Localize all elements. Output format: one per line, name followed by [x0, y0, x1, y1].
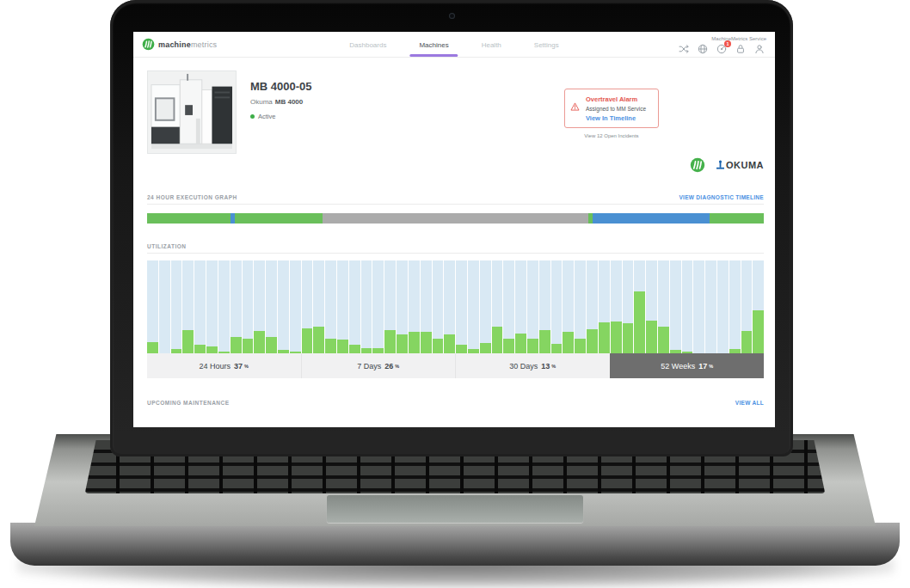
utilization-bar[interactable] — [634, 260, 645, 353]
utilization-bar[interactable] — [337, 260, 348, 353]
shuffle-icon[interactable] — [679, 44, 689, 54]
tab-dashboards[interactable]: Dashboards — [349, 32, 386, 58]
execution-segment — [593, 213, 710, 224]
header-right: MachineMetrics Service — [679, 35, 766, 54]
utilization-bar[interactable] — [409, 260, 420, 353]
maintenance-header: UPCOMING MAINTENANCE VIEW ALL — [147, 395, 764, 409]
utilization-bar[interactable] — [480, 260, 491, 353]
machine-make: Okuma — [250, 98, 273, 106]
utilization-bar[interactable] — [670, 260, 681, 353]
status-dot — [250, 114, 255, 119]
maintenance-section: UPCOMING MAINTENANCE VIEW ALL — [147, 395, 764, 409]
laptop-trackpad — [327, 495, 583, 523]
machine-photo — [147, 70, 237, 154]
utilization-bar[interactable] — [492, 260, 503, 353]
okuma-logo: OKUMA — [716, 160, 764, 170]
utilization-bar[interactable] — [563, 260, 574, 353]
laptop-lid: machinemetrics DashboardsMachinesHealthS… — [110, 0, 793, 456]
range-tab-52-weeks[interactable]: 52 Weeks17% — [610, 353, 765, 378]
utilization-bar[interactable] — [433, 260, 444, 353]
execution-graph-title: 24 HOUR EXECUTION GRAPH — [147, 194, 237, 200]
execution-segment — [710, 213, 764, 224]
view-in-timeline-link[interactable]: View In Timeline — [586, 114, 653, 122]
utilization-bar[interactable] — [159, 260, 170, 353]
utilization-bar[interactable] — [218, 260, 230, 353]
account-label: MachineMetrics Service — [711, 36, 766, 42]
globe-icon[interactable] — [698, 44, 708, 54]
utilization-bar[interactable] — [599, 260, 610, 353]
utilization-bar[interactable] — [468, 260, 479, 353]
utilization-bar[interactable] — [302, 260, 313, 353]
utilization-bar[interactable] — [243, 260, 254, 353]
utilization-header: UTILIZATION — [147, 239, 764, 253]
view-all-link[interactable]: VIEW ALL — [735, 400, 764, 406]
utilization-bar[interactable] — [623, 260, 634, 353]
partner-logos: OKUMA — [690, 157, 764, 173]
status-label: Active — [258, 113, 275, 120]
machine-title: MB 4000-05 — [250, 80, 312, 93]
utilization-bar[interactable] — [729, 260, 741, 353]
utilization-bar[interactable] — [587, 260, 598, 353]
utilization-bar[interactable] — [705, 260, 716, 353]
utilization-bar[interactable] — [171, 260, 182, 353]
utilization-bar[interactable] — [397, 260, 408, 353]
open-incidents-link[interactable]: View 12 Open Incidents — [558, 133, 665, 138]
view-diagnostic-timeline-link[interactable]: VIEW DIAGNOSTIC TIMELINE — [679, 194, 764, 200]
machine-status: Active — [250, 113, 312, 120]
execution-graph-header: 24 HOUR EXECUTION GRAPH VIEW DIAGNOSTIC … — [147, 190, 764, 204]
utilization-bar[interactable] — [278, 260, 289, 353]
okuma-logo-text: OKUMA — [726, 160, 764, 170]
utilization-bar[interactable] — [539, 260, 550, 353]
lock-icon[interactable] — [735, 44, 746, 54]
execution-graph-section: 24 HOUR EXECUTION GRAPH VIEW DIAGNOSTIC … — [147, 190, 764, 224]
warning-icon — [570, 102, 580, 111]
utilization-bar[interactable] — [575, 260, 586, 353]
utilization-bar[interactable] — [254, 260, 265, 353]
utilization-bar[interactable] — [372, 260, 384, 353]
utilization-bar[interactable] — [741, 260, 753, 353]
utilization-bar[interactable] — [361, 260, 372, 353]
utilization-bar[interactable] — [682, 260, 693, 353]
utilization-bar[interactable] — [646, 260, 657, 353]
machine-overview: MB 4000-05 OkumaMB 4000 Active — [147, 70, 764, 190]
range-tab-24-hours[interactable]: 24 Hours37% — [147, 353, 301, 378]
utilization-bar[interactable] — [266, 260, 277, 353]
utilization-bar[interactable] — [206, 260, 218, 353]
alarm-card[interactable]: Overtravel Alarm Assigned to MM Service … — [564, 89, 659, 128]
utilization-bar[interactable] — [527, 260, 538, 353]
utilization-section: UTILIZATION 24 Hours37%7 Days26%30 Days1… — [147, 239, 764, 378]
utilization-bar[interactable] — [658, 260, 669, 353]
utilization-bar[interactable] — [693, 260, 704, 353]
utilization-bar[interactable] — [182, 260, 194, 353]
utilization-bar[interactable] — [456, 260, 467, 353]
utilization-bar[interactable] — [444, 260, 455, 353]
utilization-bar[interactable] — [384, 260, 396, 353]
range-tab-30-days[interactable]: 30 Days13% — [455, 353, 610, 378]
utilization-bar[interactable] — [325, 260, 336, 353]
divider — [147, 204, 764, 205]
utilization-bar[interactable] — [515, 260, 526, 353]
tab-health[interactable]: Health — [482, 32, 501, 58]
utilization-bar[interactable] — [421, 260, 432, 353]
utilization-bar[interactable] — [551, 260, 563, 353]
utilization-bar[interactable] — [717, 260, 729, 353]
tab-settings[interactable]: Settings — [534, 32, 559, 58]
utilization-bar[interactable] — [349, 260, 360, 353]
utilization-bar[interactable] — [753, 260, 764, 353]
execution-segment — [235, 213, 323, 224]
utilization-bar[interactable] — [313, 260, 324, 353]
utilization-bar[interactable] — [503, 260, 514, 353]
range-tab-7-days[interactable]: 7 Days26% — [301, 353, 456, 378]
utilization-bar[interactable] — [147, 260, 158, 353]
laptop-mockup: machinemetrics DashboardsMachinesHealthS… — [0, 0, 910, 588]
utilization-bar[interactable] — [194, 260, 206, 353]
utilization-bar[interactable] — [290, 260, 301, 353]
machinemetrics-logo[interactable]: machinemetrics — [142, 38, 217, 51]
user-icon[interactable] — [754, 44, 765, 54]
utilization-bar[interactable] — [231, 260, 242, 353]
clock-icon[interactable]: 1 — [716, 44, 727, 54]
page-content: MB 4000-05 OkumaMB 4000 Active — [133, 70, 775, 409]
utilization-bar[interactable] — [611, 260, 622, 353]
execution-bar[interactable] — [147, 213, 764, 224]
tab-machines[interactable]: Machines — [419, 32, 448, 58]
